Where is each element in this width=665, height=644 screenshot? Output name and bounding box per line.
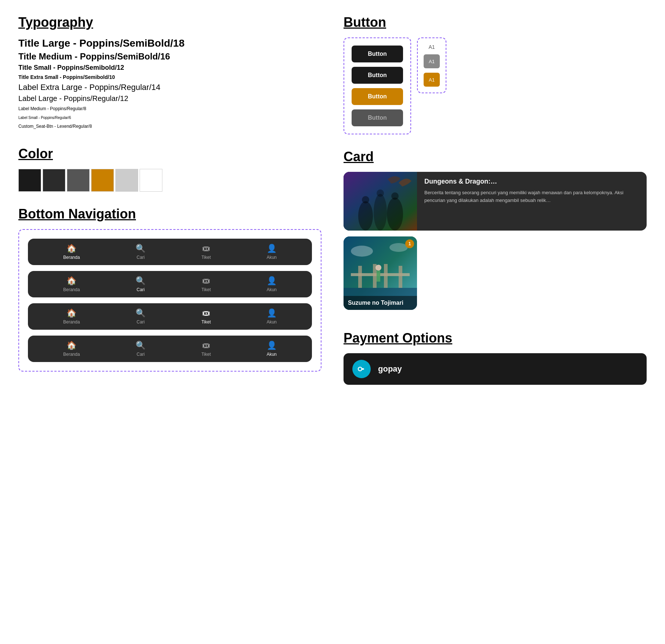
button-secondary[interactable]: Button bbox=[352, 67, 403, 84]
search-icon: 🔍 bbox=[136, 276, 145, 286]
payment-card-gopay[interactable]: gopay bbox=[344, 353, 647, 385]
svg-point-6 bbox=[391, 192, 399, 200]
nav-label-beranda-4: Beranda bbox=[63, 352, 80, 357]
nav-item-tiket-3[interactable]: 🎟 Tiket bbox=[201, 308, 211, 325]
user-icon: 👤 bbox=[267, 308, 277, 318]
nav-label-cari-4: Cari bbox=[137, 352, 145, 357]
color-swatch-light-gray bbox=[115, 169, 138, 192]
button-section: Button Button Button Button Button A1 A1… bbox=[344, 15, 647, 134]
card-badge: 1 bbox=[405, 239, 414, 248]
button-small-dashed-box: A1 A1 A1 bbox=[417, 37, 446, 93]
nav-label-beranda-1: Beranda bbox=[63, 255, 80, 260]
search-icon: 🔍 bbox=[136, 244, 145, 253]
nav-dashed-container: 🏠 Beranda 🔍 Cari 🎟 Tiket 👤 Akun bbox=[18, 229, 321, 372]
ticket-icon: 🎟 bbox=[202, 341, 210, 350]
card-horizontal-title: Dungeons & Dragon:… bbox=[424, 178, 639, 185]
search-icon: 🔍 bbox=[136, 308, 145, 318]
button-amber[interactable]: Button bbox=[352, 88, 403, 105]
typography-title: Typography bbox=[18, 15, 321, 30]
svg-point-16 bbox=[351, 246, 373, 257]
svg-point-3 bbox=[387, 198, 403, 231]
nav-item-beranda-4[interactable]: 🏠 Beranda bbox=[63, 341, 80, 357]
card-horizontal-description: Bercerita tentang seorang pencuri yang m… bbox=[424, 189, 639, 205]
payment-options-section: Payment Options gopay bbox=[344, 330, 647, 385]
svg-point-5 bbox=[377, 189, 384, 197]
nav-label-cari-3: Cari bbox=[137, 319, 145, 325]
color-swatch-dark-gray bbox=[43, 169, 65, 192]
nav-label-akun-3: Akun bbox=[267, 319, 277, 325]
nav-label-cari-1: Cari bbox=[137, 255, 145, 260]
card-vertical[interactable]: 1 Suzume no Tojimari bbox=[344, 236, 417, 310]
type-title-xsmall: Title Extra Small - Poppins/Semibold/10 bbox=[18, 74, 115, 80]
color-section: Color bbox=[18, 146, 321, 192]
gopay-name: gopay bbox=[378, 364, 402, 374]
svg-rect-15 bbox=[377, 271, 380, 282]
nav-label-akun-4: Akun bbox=[267, 352, 277, 357]
type-custom-seat: Custom_Seat-Btn - Lexend/Regular/8 bbox=[18, 124, 92, 129]
nav-label-akun-2: Akun bbox=[267, 287, 277, 292]
nav-bar-akun: 🏠 Beranda 🔍 Cari 🎟 Tiket 👤 Akun bbox=[28, 336, 312, 362]
nav-item-cari-2[interactable]: 🔍 Cari bbox=[136, 276, 145, 292]
svg-rect-10 bbox=[358, 266, 362, 288]
typography-section: Typography Title Large - Poppins/SemiBol… bbox=[18, 15, 321, 131]
nav-item-tiket-4[interactable]: 🎟 Tiket bbox=[201, 341, 211, 357]
home-icon: 🏠 bbox=[66, 308, 76, 318]
nav-item-beranda-2[interactable]: 🏠 Beranda bbox=[63, 276, 80, 292]
nav-item-cari-3[interactable]: 🔍 Cari bbox=[136, 308, 145, 325]
button-title: Button bbox=[344, 15, 647, 30]
card-horizontal-body: Dungeons & Dragon:… Bercerita tentang se… bbox=[417, 172, 647, 231]
user-icon: 👤 bbox=[267, 244, 277, 253]
color-title: Color bbox=[18, 146, 321, 162]
type-line-6: Label Large - Poppins/Regular/12 bbox=[18, 94, 321, 103]
type-label-xlarge: Label Extra Large - Poppins/Regular/14 bbox=[18, 83, 160, 92]
nav-label-beranda-2: Beranda bbox=[63, 287, 80, 292]
card-horizontal-image bbox=[344, 172, 417, 231]
type-line-2: Title Medium - Poppins/SemiBold/16 bbox=[18, 51, 321, 62]
button-small-amber[interactable]: A1 bbox=[424, 73, 440, 87]
type-label-large: Label Large - Poppins/Regular/12 bbox=[18, 94, 128, 102]
color-swatch-black bbox=[18, 169, 41, 192]
card-vertical-overlay: Suzume no Tojimari bbox=[344, 296, 417, 310]
type-label-medium: Label Medium - Poppins/Regular/8 bbox=[18, 106, 86, 111]
nav-item-beranda-1[interactable]: 🏠 Beranda bbox=[63, 244, 80, 260]
nav-item-cari-4[interactable]: 🔍 Cari bbox=[136, 341, 145, 357]
svg-rect-12 bbox=[384, 264, 388, 288]
nav-item-beranda-3[interactable]: 🏠 Beranda bbox=[63, 308, 80, 325]
payment-options-title: Payment Options bbox=[344, 330, 647, 346]
nav-label-tiket-4: Tiket bbox=[201, 352, 211, 357]
type-line-3: Title Small - Poppins/Semibold/12 bbox=[18, 64, 321, 72]
type-line-5: Label Extra Large - Poppins/Regular/14 bbox=[18, 83, 321, 92]
button-primary[interactable]: Button bbox=[352, 46, 403, 62]
nav-label-akun-1: Akun bbox=[267, 255, 277, 260]
nav-label-tiket-3: Tiket bbox=[201, 319, 211, 325]
nav-bar-tiket: 🏠 Beranda 🔍 Cari 🎟 Tiket 👤 Akun bbox=[28, 303, 312, 330]
svg-point-2 bbox=[374, 194, 387, 231]
nav-label-tiket-2: Tiket bbox=[201, 287, 211, 292]
nav-item-akun-3[interactable]: 👤 Akun bbox=[267, 308, 277, 325]
card-vertical-title: Suzume no Tojimari bbox=[348, 300, 413, 306]
type-line-8: Label Small - Poppins/Regular/6 bbox=[18, 114, 321, 120]
ticket-icon: 🎟 bbox=[202, 276, 210, 286]
gopay-icon bbox=[352, 360, 371, 378]
svg-point-4 bbox=[362, 196, 369, 203]
type-line-4: Title Extra Small - Poppins/Semibold/10 bbox=[18, 74, 321, 80]
nav-item-cari-1[interactable]: 🔍 Cari bbox=[136, 244, 145, 260]
nav-label-tiket-1: Tiket bbox=[201, 255, 211, 260]
home-icon: 🏠 bbox=[66, 276, 76, 286]
button-small-dark[interactable]: A1 bbox=[424, 54, 440, 68]
nav-item-akun-4[interactable]: 👤 Akun bbox=[267, 341, 277, 357]
nav-item-akun-1[interactable]: 👤 Akun bbox=[267, 244, 277, 260]
type-title-large: Title Large - Poppins/SemiBold/18 bbox=[18, 37, 184, 49]
nav-item-akun-2[interactable]: 👤 Akun bbox=[267, 276, 277, 292]
card-title: Card bbox=[344, 149, 647, 164]
type-title-small: Title Small - Poppins/Semibold/12 bbox=[18, 64, 124, 71]
svg-point-1 bbox=[358, 201, 373, 231]
nav-bar-cari: 🏠 Beranda 🔍 Cari 🎟 Tiket 👤 Akun bbox=[28, 271, 312, 297]
card-horizontal[interactable]: Dungeons & Dragon:… Bercerita tentang se… bbox=[344, 172, 647, 231]
nav-item-tiket-2[interactable]: 🎟 Tiket bbox=[201, 276, 211, 292]
button-disabled: Button bbox=[352, 109, 403, 126]
bottom-navigation-title: Bottom Navigation bbox=[18, 206, 321, 222]
button-primary-dashed-box: Button Button Button Button bbox=[344, 37, 411, 134]
nav-item-tiket-1[interactable]: 🎟 Tiket bbox=[201, 244, 211, 260]
nav-label-beranda-3: Beranda bbox=[63, 319, 80, 325]
